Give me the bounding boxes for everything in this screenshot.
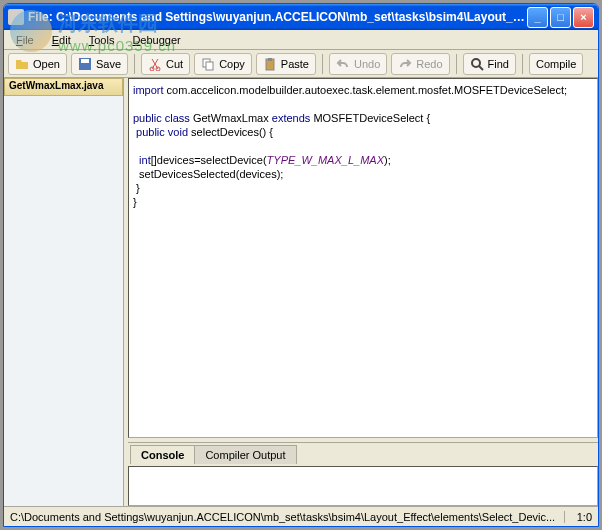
copy-label: Copy	[219, 58, 245, 70]
menubar: File Edit Tools Debugger	[4, 30, 598, 50]
toolbar-separator	[522, 54, 523, 74]
copy-button[interactable]: Copy	[194, 53, 252, 75]
keyword-public: public	[133, 112, 162, 124]
toolbar: Open Save Cut Copy Paste Undo Redo	[4, 50, 598, 78]
menu-tools[interactable]: Tools	[81, 32, 123, 48]
redo-label: Redo	[416, 58, 442, 70]
svg-rect-7	[268, 58, 272, 61]
bottom-tabs: Console Compiler Output	[128, 442, 598, 466]
minimize-button[interactable]: _	[527, 7, 548, 28]
main-area: GetWmaxLmax.java import com.accelicon.mo…	[4, 78, 598, 506]
window-title: File: C:\Documents and Settings\wuyanjun…	[28, 10, 527, 24]
undo-label: Undo	[354, 58, 380, 70]
code-editor[interactable]: import com.accelicon.modelbuilder.autoex…	[128, 78, 598, 438]
cut-icon	[148, 57, 162, 71]
code-text: []devices=selectDevice(	[151, 154, 267, 166]
svg-rect-1	[81, 59, 89, 63]
undo-button[interactable]: Undo	[329, 53, 387, 75]
code-text: com.accelicon.modelbuilder.autoexec.task…	[164, 84, 568, 96]
class-name: GetWmaxLmax	[190, 112, 269, 124]
redo-icon	[398, 57, 412, 71]
find-icon	[470, 57, 484, 71]
file-tab[interactable]: GetWmaxLmax.java	[4, 78, 123, 96]
tree-area[interactable]	[4, 96, 123, 506]
menu-debugger[interactable]: Debugger	[124, 32, 188, 48]
super-name: MOSFETDeviceSelect {	[310, 112, 430, 124]
cut-label: Cut	[166, 58, 183, 70]
keyword-import: import	[133, 84, 164, 96]
undo-icon	[336, 57, 350, 71]
svg-rect-5	[206, 62, 213, 70]
code-text: }	[133, 196, 137, 208]
save-label: Save	[96, 58, 121, 70]
find-button[interactable]: Find	[463, 53, 516, 75]
maximize-button[interactable]: □	[550, 7, 571, 28]
toolbar-separator	[134, 54, 135, 74]
redo-button[interactable]: Redo	[391, 53, 449, 75]
paste-label: Paste	[281, 58, 309, 70]
svg-line-9	[479, 66, 483, 70]
save-button[interactable]: Save	[71, 53, 128, 75]
keyword-public: public	[133, 126, 165, 138]
keyword-int: int	[133, 154, 151, 166]
compile-button[interactable]: Compile	[529, 53, 583, 75]
menu-file[interactable]: File	[8, 32, 42, 48]
cut-button[interactable]: Cut	[141, 53, 190, 75]
code-text: setDevicesSelected(devices);	[133, 168, 283, 180]
open-button[interactable]: Open	[8, 53, 67, 75]
code-text: }	[133, 182, 140, 194]
paste-button[interactable]: Paste	[256, 53, 316, 75]
code-text: );	[384, 154, 391, 166]
file-tree-panel: GetWmaxLmax.java	[4, 78, 124, 506]
keyword-void: void	[165, 126, 188, 138]
keyword-extends: extends	[269, 112, 311, 124]
find-label: Find	[488, 58, 509, 70]
close-button[interactable]: ×	[573, 7, 594, 28]
tab-compiler-output[interactable]: Compiler Output	[194, 445, 296, 464]
status-path: C:\Documents and Settings\wuyanjun.ACCEL…	[10, 511, 564, 523]
svg-point-8	[472, 59, 480, 67]
tab-console[interactable]: Console	[130, 445, 195, 464]
console-area[interactable]	[128, 466, 598, 506]
statusbar: C:\Documents and Settings\wuyanjun.ACCEL…	[4, 506, 598, 526]
toolbar-separator	[322, 54, 323, 74]
compile-label: Compile	[536, 58, 576, 70]
cursor-position: 1:0	[564, 511, 592, 523]
method-name: selectDevices() {	[188, 126, 273, 138]
app-icon	[8, 9, 24, 25]
editor-panel: import com.accelicon.modelbuilder.autoex…	[128, 78, 598, 506]
app-window: File: C:\Documents and Settings\wuyanjun…	[3, 3, 599, 527]
paste-icon	[263, 57, 277, 71]
open-label: Open	[33, 58, 60, 70]
open-icon	[15, 57, 29, 71]
toolbar-separator	[456, 54, 457, 74]
save-icon	[78, 57, 92, 71]
window-buttons: _ □ ×	[527, 7, 594, 28]
copy-icon	[201, 57, 215, 71]
titlebar[interactable]: File: C:\Documents and Settings\wuyanjun…	[4, 4, 598, 30]
menu-edit[interactable]: Edit	[44, 32, 79, 48]
constant: TYPE_W_MAX_L_MAX	[267, 154, 384, 166]
keyword-class: class	[162, 112, 190, 124]
